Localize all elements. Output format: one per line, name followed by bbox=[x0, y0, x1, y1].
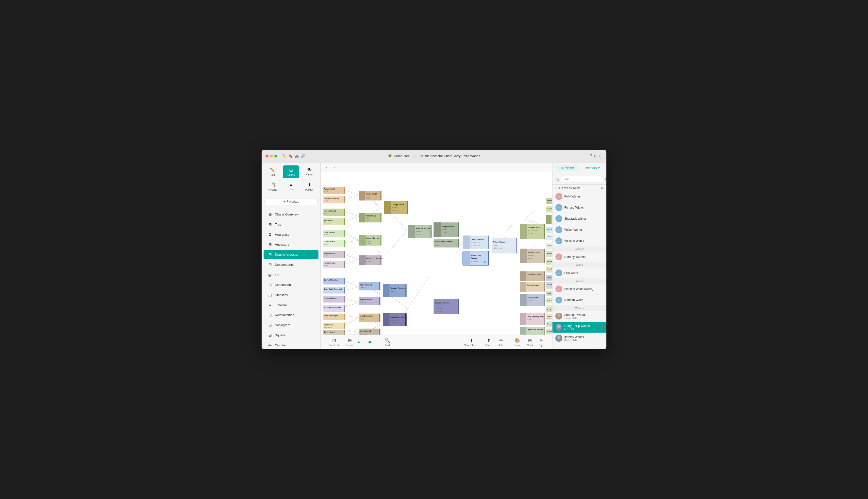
node-antonia-brunnington[interactable]: Antonia Brunnington (Flemming) b. 1956 bbox=[383, 313, 407, 326]
node-susan-stormer[interactable]: Susan Stormer (Gertrud) bbox=[323, 240, 345, 247]
pencil-icon[interactable]: ✏️ bbox=[282, 154, 287, 158]
node-lydia-elton[interactable]: Lydia Elton (Woods) bbox=[546, 234, 552, 240]
node-saul-woods[interactable]: Saul Woods b. 1892 bbox=[546, 198, 552, 204]
list-item[interactable]: ● Winston Wither bbox=[553, 235, 606, 246]
zoom-thumb[interactable] bbox=[368, 341, 371, 343]
node-jacob-miller[interactable]: Jacob Miller bbox=[546, 251, 552, 257]
list-item[interactable]: ● Shadrack Wither bbox=[553, 213, 606, 224]
zoom-track[interactable] bbox=[361, 342, 376, 342]
node-gordon-holton[interactable]: Gordon Holton bbox=[546, 321, 552, 327]
node-clarissa-flemming[interactable]: Clarissa Flemming (Harold) b. 25.06.1957… bbox=[433, 299, 460, 314]
back-button[interactable]: ‹ bbox=[324, 165, 329, 170]
edit-chart-button[interactable]: ✏ Edit bbox=[496, 336, 506, 348]
node-esther-johnson[interactable]: Esther Johnson bbox=[520, 282, 545, 292]
node-helena-kowling[interactable]: Helena Kowling (Grey) bbox=[323, 260, 345, 268]
node-marian-corte[interactable]: Marian Corte (Brunnington) bbox=[323, 323, 345, 329]
node-jacob-howard[interactable]: Jacob Howard bbox=[323, 330, 345, 334]
list-item-abraham-woods[interactable]: Abraham Woods 12.03.1918 bbox=[553, 311, 606, 322]
node-esther-miller[interactable]: Esther Miller (Woods) bbox=[520, 271, 545, 281]
node-martha-howard[interactable]: Martha Howard (Brunnington) bbox=[359, 329, 380, 334]
sidebar-item-fan[interactable]: ◎ Fan bbox=[264, 270, 318, 280]
list-item[interactable]: ● Richard Wither bbox=[553, 202, 606, 213]
node-olive-farris[interactable]: Olive Farris (Harold) b. 1885 bbox=[323, 196, 345, 203]
list-item[interactable]: ● Dorothy Withers bbox=[553, 252, 606, 263]
share-button[interactable]: ⬆ Share... bbox=[481, 336, 496, 348]
sidebar-item-tree[interactable]: ⊟ Tree bbox=[264, 220, 318, 229]
node-leonard-gertrud[interactable]: Leonard Gertrud b. 1931 d. 2010 bbox=[359, 235, 382, 246]
sidebar-item-square[interactable]: ⊞ Square bbox=[264, 330, 318, 340]
list-item[interactable]: ● Polly Wither bbox=[553, 191, 606, 202]
help-button[interactable]: ? bbox=[590, 154, 592, 158]
list-item[interactable]: ● Blanche Wood (Miller) bbox=[553, 283, 606, 295]
node-helen-jonas[interactable]: Helen Jonas (Miller) bbox=[546, 267, 552, 272]
zoom-slider[interactable] bbox=[356, 341, 378, 343]
node-daisy-stepford[interactable]: Daisy Stepford (Doles) b. 1927 bbox=[520, 313, 545, 325]
settings-icon[interactable]: ⚙ bbox=[605, 177, 606, 181]
bookmark-icon[interactable]: 🔖 bbox=[288, 154, 293, 158]
sidebar-item-charts-overview[interactable]: ⊞ Charts Overview bbox=[264, 209, 318, 219]
node-august-harold[interactable]: August Harold b. 1882 bbox=[323, 187, 345, 194]
size-to-fit-button[interactable]: ⊡ Size to Fit bbox=[326, 336, 342, 348]
lists-button[interactable]: ≡ Lists bbox=[283, 180, 299, 193]
node-albert-flemming[interactable]: Albert Flemming b. 1908 bbox=[359, 282, 380, 290]
close-button[interactable] bbox=[265, 155, 268, 158]
list-item[interactable]: ● Ellis Witter bbox=[553, 268, 606, 279]
node-joseph-harold[interactable]: Joseph Harold b. 1936 d. 2011 bbox=[384, 201, 408, 214]
views-button[interactable]: 👁 Views bbox=[301, 166, 317, 178]
save-chart-button[interactable]: ⬇ Save Chart... bbox=[461, 336, 481, 348]
reports-button[interactable]: 📋 Reports bbox=[265, 180, 281, 193]
node-faith-clinton[interactable]: Faith Clinton (Dowe) bbox=[546, 298, 552, 303]
search-input[interactable] bbox=[561, 176, 603, 182]
node-grace-colby[interactable]: Grace Colby (Flemming) bbox=[323, 287, 345, 293]
node-gus-stepford[interactable]: Gus Stepford bbox=[546, 307, 552, 312]
panel-toggle[interactable]: ⊞ bbox=[599, 154, 603, 158]
node-john-woods[interactable]: John Woods b. 1920 bbox=[546, 215, 552, 224]
sidebar-item-circular[interactable]: ◎ Circular bbox=[264, 340, 318, 349]
theme-button[interactable]: 🎨 Theme bbox=[510, 336, 524, 348]
print-icon[interactable]: 🖨️ bbox=[294, 154, 299, 158]
sidebar-item-hourglass[interactable]: ⧗ Hourglass bbox=[264, 230, 318, 239]
charts-button[interactable]: ⊞ Charts bbox=[283, 166, 299, 178]
node-mary-wallace[interactable]: Mary Wallace (Steward) bbox=[323, 218, 345, 226]
node-william-woods[interactable]: William Woods b. 1952 d. 2010 Family bbox=[492, 238, 517, 254]
node-hope-holton[interactable]: Hope Holton (Stepford) bbox=[520, 327, 545, 334]
sidebar-item-double-ancestor[interactable]: ⊟ Double Ancestor bbox=[264, 250, 318, 259]
node-henry-brunnington[interactable]: Henry Brunnington bbox=[323, 314, 345, 320]
list-item[interactable]: ● Wilber Wither bbox=[553, 224, 606, 235]
node-alice-oakes[interactable]: Alice Oakes (Clapham) bbox=[323, 305, 345, 312]
node-nancy-harold[interactable]: Nancy Harold (Woods) b. 1985 bbox=[433, 239, 460, 247]
style-button[interactable]: ✂ Style bbox=[536, 336, 547, 348]
node-marc-elton[interactable]: Marc Elton bbox=[546, 227, 552, 233]
node-verena-brenton[interactable]: Verena Brenton (Elton) bbox=[546, 243, 552, 248]
sort-icon[interactable]: ⊟ bbox=[601, 186, 603, 189]
node-marie-steward[interactable]: Marie Steward (Harold) b. 1912 bbox=[359, 213, 382, 223]
node-charles-harold[interactable]: Charles Harold b. 1910 d. 1975 bbox=[359, 191, 382, 200]
node-jeremy-woods-center[interactable]: Jeremy Woods b. 01.02.1978 d. 12.03.2021 bbox=[463, 235, 489, 248]
node-floyd-dolan[interactable]: Floyd Dolan bbox=[546, 275, 552, 280]
node-charley-dolan[interactable]: Charley Dolan b. 1923 bbox=[520, 294, 545, 306]
sidebar-item-timeline[interactable]: ≡ Timeline bbox=[264, 300, 318, 310]
chart-canvas[interactable]: August Harold b. 1882 Olive Farris (Haro… bbox=[321, 172, 552, 334]
sidebar-item-ancestors[interactable]: ⊟ Ancestors bbox=[264, 240, 318, 249]
node-garry-woods-center[interactable]: Garry Philip Woods b. 5.7.1980 bbox=[463, 251, 489, 265]
node-francine-gertrud[interactable]: Francine Gertrud (Harold) b. 1959 bbox=[408, 225, 432, 238]
sidebar-item-statistics[interactable]: 📊 Statistics bbox=[264, 290, 318, 300]
find-button[interactable]: 🔍 Find bbox=[382, 336, 393, 348]
sidebar-item-descendants[interactable]: ⊟ Descendants bbox=[264, 260, 318, 269]
node-lester-gertrud[interactable]: Lester Gertrud b. 1902 bbox=[323, 230, 345, 237]
node-reuben-clapham[interactable]: Reuben Clapham bbox=[323, 296, 345, 303]
node-sophia-haney[interactable]: Sophia Haney (Stepford) bbox=[546, 314, 552, 319]
node-louis-brunnington[interactable]: Louis Brunnington b. 1912 bbox=[359, 314, 380, 322]
minimize-button[interactable] bbox=[270, 155, 273, 158]
list-item-jeremy-woods[interactable]: Jeremy Woods 01.02.1978 bbox=[553, 333, 606, 344]
node-harold-clinton[interactable]: Harold Clinton bbox=[546, 291, 552, 296]
chart-button[interactable]: ⊞ Chart bbox=[524, 336, 536, 348]
forward-button[interactable]: › bbox=[331, 165, 338, 170]
node-abraham-miller[interactable]: Abraham Miller bbox=[546, 259, 552, 265]
all-persons-tab[interactable]: All Persons bbox=[555, 165, 579, 171]
maximize-button[interactable] bbox=[274, 155, 277, 158]
node-herbert-steward[interactable]: Herbert Steward b. 1876 bbox=[323, 209, 345, 216]
share-icon[interactable]: 🔗 bbox=[301, 154, 305, 158]
publish-button[interactable]: ⬆ Publish bbox=[301, 180, 317, 193]
node-jeremis-grey[interactable]: Jeremis Grey Jr. b. 1899 bbox=[323, 251, 345, 258]
